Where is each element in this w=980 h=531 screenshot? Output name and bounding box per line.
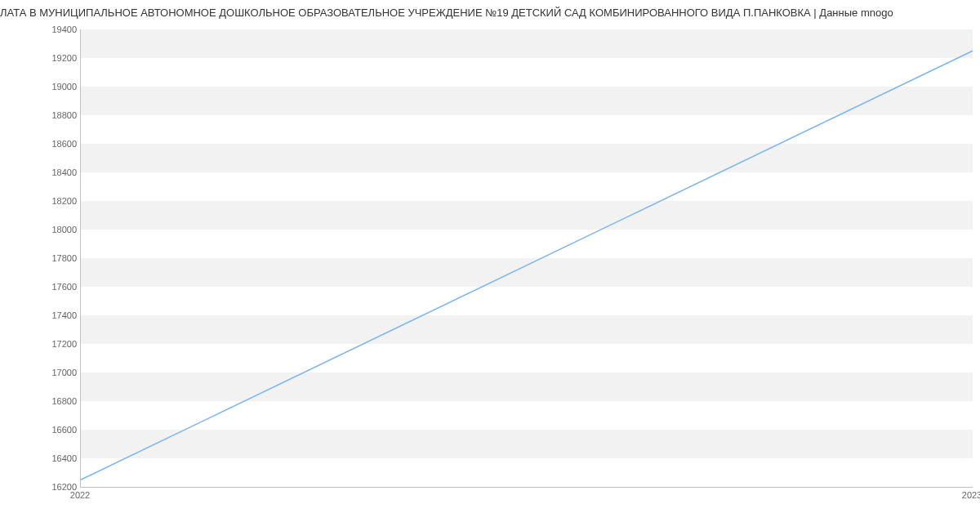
data-line [81, 51, 973, 480]
y-tick-label: 16400 [3, 453, 77, 463]
y-tick-label: 19200 [3, 53, 77, 63]
x-tick-label: 2022 [70, 490, 90, 500]
y-tick-label: 17400 [3, 310, 77, 320]
y-tick-label: 19000 [3, 82, 77, 91]
line-series [81, 29, 973, 487]
y-tick-label: 17600 [3, 282, 77, 292]
chart-title: ЛАТА В МУНИЦИПАЛЬНОЕ АВТОНОМНОЕ ДОШКОЛЬН… [0, 7, 980, 19]
y-tick-label: 19400 [3, 25, 77, 34]
chart-container: ЛАТА В МУНИЦИПАЛЬНОЕ АВТОНОМНОЕ ДОШКОЛЬН… [0, 0, 980, 531]
y-tick-label: 17000 [3, 368, 77, 377]
y-tick-label: 18400 [3, 167, 77, 177]
y-tick-label: 16800 [3, 396, 77, 406]
y-tick-label: 16200 [3, 482, 77, 492]
y-tick-label: 17800 [3, 253, 77, 263]
y-tick-label: 18800 [3, 110, 77, 120]
plot-area [80, 29, 973, 488]
y-tick-label: 18200 [3, 196, 77, 206]
x-tick-label: 2023 [962, 490, 980, 500]
y-tick-label: 16600 [3, 425, 77, 435]
y-tick-label: 18000 [3, 225, 77, 234]
y-tick-label: 18600 [3, 139, 77, 149]
y-tick-label: 17200 [3, 339, 77, 349]
